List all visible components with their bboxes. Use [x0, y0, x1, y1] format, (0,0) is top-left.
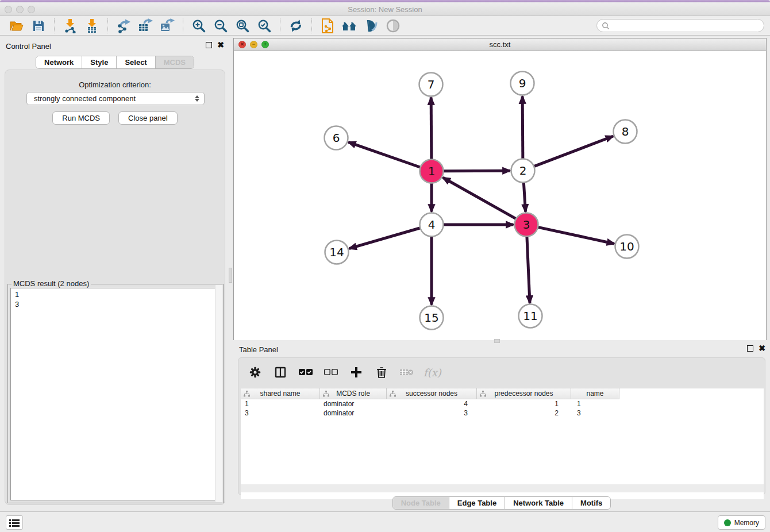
function-builder-icon: f(x): [424, 367, 441, 379]
graph-edge-3-10[interactable]: [538, 227, 614, 244]
gear-icon[interactable]: [247, 364, 264, 380]
table-row[interactable]: 1dominator411: [241, 399, 764, 408]
mcds-panel: Optimization criterion: strongly connect…: [5, 70, 225, 505]
graph-node-label: 4: [428, 218, 436, 232]
import-table-icon[interactable]: [83, 18, 101, 34]
table-header-row: shared name MCDS role successor nodes pr…: [241, 388, 619, 399]
memory-button[interactable]: Memory: [718, 515, 765, 530]
mcds-result-group: MCDS result (2 nodes) 1 3: [7, 284, 224, 503]
zoom-selected-icon[interactable]: [256, 18, 273, 34]
toolbar-separator: [183, 18, 183, 33]
graph-edge-2-3[interactable]: [523, 182, 525, 211]
column-header-predecessor-nodes[interactable]: predecessor nodes: [477, 388, 571, 399]
memory-label: Memory: [734, 519, 759, 527]
deselect-all-icon[interactable]: [322, 364, 340, 380]
table-cell: 4: [387, 399, 477, 408]
mcds-result-text[interactable]: 1 3: [10, 288, 221, 500]
node-table-panel: f(x) shared name MCDS role successor nod…: [238, 357, 765, 495]
task-history-button[interactable]: [6, 515, 23, 530]
graph-edge-3-11[interactable]: [527, 236, 530, 303]
graph-edge-4-14[interactable]: [349, 228, 421, 249]
export-network-icon[interactable]: [115, 18, 132, 34]
tab-network-table[interactable]: Network Table: [505, 497, 572, 509]
control-panel-header: Control Panel ✖: [0, 38, 230, 55]
graph-edge-1-2[interactable]: [443, 171, 510, 171]
tab-network[interactable]: Network: [36, 56, 82, 68]
graph-edge-1-6[interactable]: [348, 142, 420, 167]
table-cell: 3: [241, 408, 320, 418]
apply-layout-icon[interactable]: [287, 18, 305, 34]
close-panel-icon[interactable]: ✖: [217, 42, 224, 48]
status-bar: Memory: [0, 511, 770, 532]
open-file-icon[interactable]: [8, 18, 25, 34]
search-field[interactable]: [596, 19, 764, 32]
memory-status-icon: [724, 519, 731, 526]
zoom-fit-icon[interactable]: [234, 18, 251, 34]
close-panel-icon[interactable]: ✖: [759, 345, 765, 352]
zoom-out-icon[interactable]: [212, 18, 229, 34]
toolbar-separator: [54, 18, 55, 33]
network-graph-canvas[interactable]: 7968124314101511: [234, 51, 766, 340]
table-panel-title: Table Panel: [239, 345, 278, 354]
horizontal-splitter-handle[interactable]: [494, 339, 500, 343]
tab-edge-table[interactable]: Edge Table: [449, 497, 505, 509]
column-header-successor-nodes[interactable]: successor nodes: [387, 388, 477, 399]
table-cell: 3: [571, 408, 619, 418]
criterion-value: strongly connected component: [34, 94, 136, 103]
graph-edge-1-7[interactable]: [431, 97, 432, 159]
network-from-selection-icon[interactable]: [319, 18, 336, 34]
network-window-titlebar[interactable]: ✕ − + scc.txt: [234, 38, 766, 51]
select-all-icon[interactable]: [297, 364, 314, 380]
main-toolbar: [0, 17, 770, 36]
run-mcds-button[interactable]: Run MCDS: [52, 111, 110, 125]
tab-mcds[interactable]: MCDS: [156, 56, 194, 68]
tab-node-table[interactable]: Node Table: [393, 497, 449, 509]
import-network-icon[interactable]: [61, 18, 79, 34]
toolbar-separator: [280, 18, 280, 33]
graph-node-label: 11: [523, 309, 537, 323]
delete-icon[interactable]: [373, 364, 390, 380]
column-header-name[interactable]: name: [571, 388, 619, 399]
save-session-icon[interactable]: [30, 18, 47, 34]
export-table-icon[interactable]: [137, 18, 154, 34]
column-header-mcds-role[interactable]: MCDS role: [320, 388, 387, 399]
titlebar: Session: New Session: [0, 2, 770, 16]
search-icon: [602, 22, 610, 30]
close-panel-button[interactable]: Close panel: [118, 111, 178, 125]
vertical-splitter-handle[interactable]: [229, 268, 232, 283]
graph-edge-2-9[interactable]: [522, 96, 523, 159]
attribute-type-icon: [390, 391, 396, 397]
control-panel-tabs: Network Style Select MCDS: [0, 56, 230, 69]
tab-motifs[interactable]: Motifs: [572, 497, 610, 509]
style-brush-icon[interactable]: [363, 18, 380, 34]
graph-node-label: 8: [622, 125, 629, 138]
node-table[interactable]: shared name MCDS role successor nodes pr…: [241, 388, 764, 499]
toolbar-separator: [311, 18, 312, 33]
mcds-result-legend: MCDS result (2 nodes): [11, 279, 91, 288]
attribute-type-icon: [323, 391, 329, 397]
criterion-select[interactable]: strongly connected component: [26, 92, 205, 105]
table-toolbar: f(x): [247, 363, 441, 382]
add-column-icon[interactable]: [348, 364, 365, 380]
column-header-shared-name[interactable]: shared name: [241, 388, 320, 399]
attribute-type-icon: [480, 391, 486, 397]
table-hscroll-track[interactable]: [241, 484, 764, 492]
tab-select[interactable]: Select: [117, 56, 155, 68]
float-panel-icon[interactable]: [747, 345, 753, 352]
graph-edge-2-8[interactable]: [534, 136, 613, 167]
table-row[interactable]: 3dominator323: [241, 408, 764, 418]
zoom-in-icon[interactable]: [190, 18, 207, 34]
graph-edge-3-1[interactable]: [443, 178, 517, 219]
first-neighbors-icon[interactable]: [341, 18, 358, 34]
mcds-result-scrollbar[interactable]: [215, 285, 222, 502]
graph-node-label: 9: [519, 76, 526, 90]
search-input[interactable]: [610, 22, 764, 30]
export-image-icon[interactable]: [159, 18, 176, 34]
toolbar-separator: [107, 18, 108, 33]
tab-style[interactable]: Style: [82, 56, 117, 68]
float-panel-icon[interactable]: [206, 42, 212, 48]
table-cell: 2: [477, 408, 571, 418]
column-panel-icon[interactable]: [272, 364, 289, 380]
table-body[interactable]: 1dominator4113dominator323: [241, 399, 764, 418]
graphics-details-icon[interactable]: [384, 18, 402, 34]
